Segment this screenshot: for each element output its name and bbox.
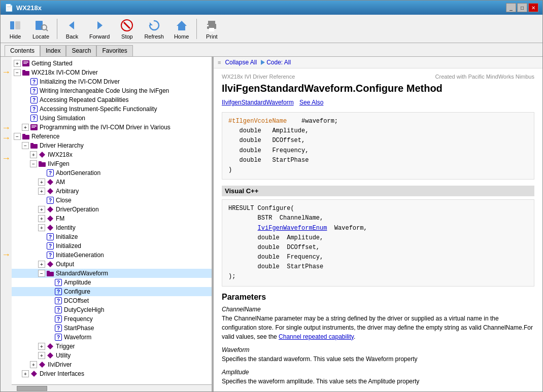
tree-item-utility[interactable]: + Utility [12, 351, 212, 360]
icon-amplitude: ? [54, 278, 62, 287]
expand-driver-hierarchy[interactable]: − [22, 142, 29, 149]
expand-reference[interactable]: − [14, 133, 21, 140]
tree-item-stdwaveform[interactable]: − StandardWaveform [12, 269, 212, 278]
expand-utility[interactable]: + [38, 352, 45, 359]
tree-item-accessing-rep[interactable]: ? Accessing Repeated Capabilities [12, 95, 212, 104]
expand-using-sim [22, 115, 29, 122]
tree-item-output[interactable]: + Output [12, 260, 212, 269]
tree-item-amplitude[interactable]: ? Amplitude [12, 278, 212, 287]
icon-identity [46, 224, 54, 232]
expand-stdwaveform[interactable]: − [38, 270, 45, 277]
svg-marker-36 [47, 225, 53, 231]
tree-item-init-ivi[interactable]: ? Initializing the IVI-COM Driver [12, 77, 212, 86]
tree-item-getting-started[interactable]: + Getting Started [12, 59, 212, 68]
svg-rect-30 [39, 162, 46, 167]
expand-output[interactable]: + [38, 261, 45, 268]
svg-marker-43 [31, 371, 37, 377]
refresh-label: Refresh [144, 33, 164, 40]
tree-item-writing[interactable]: ? Writing Interchangeable Code Using the… [12, 86, 212, 95]
svg-marker-32 [47, 179, 53, 185]
tree-item-startphase[interactable]: ? StartPhase [12, 324, 212, 333]
expand-iwx218x[interactable]: + [30, 151, 37, 158]
tree-item-dutycyclehigh[interactable]: ? DutyCycleHigh [12, 305, 212, 314]
tab-contents[interactable]: Contents [5, 45, 40, 56]
tree-item-waveform[interactable]: ? Waveform [12, 333, 212, 342]
tree-item-ividriver[interactable]: + IIviDriver [12, 360, 212, 369]
see-also-link[interactable]: See Also [299, 99, 323, 106]
tree-item-initialized[interactable]: ? Initialized [12, 241, 212, 251]
expand-wx218x[interactable]: − [14, 69, 21, 76]
expand-arbitrary[interactable]: + [38, 188, 45, 195]
hide-button[interactable]: Hide [4, 16, 27, 42]
tree-item-driver-hierarchy[interactable]: − Driver Hierarchy [12, 141, 212, 150]
tree-item-fm[interactable]: + FM [12, 214, 212, 223]
tree-item-accessing-inst[interactable]: ? Accessing Instrument-Specific Function… [12, 104, 212, 114]
expand-trigger[interactable]: + [38, 343, 45, 350]
tree-item-using-sim[interactable]: ? Using Simulation [12, 114, 212, 123]
home-button[interactable]: Home [169, 16, 193, 42]
iivifgen-link[interactable]: IIvifgenStandardWaveform [222, 99, 294, 106]
tree-item-iivifgen[interactable]: − IIviFgen [12, 159, 212, 168]
tree-item-initialize[interactable]: ? Initialize [12, 232, 212, 241]
right-content[interactable]: WX218x IVI Driver Reference Created with… [214, 68, 542, 391]
back-button[interactable]: Back [60, 16, 84, 42]
tree-item-reference[interactable]: − Reference [12, 132, 212, 141]
code-all-button[interactable]: Code: All [266, 59, 291, 66]
tree-item-wx218x[interactable]: − WX218x IVI-COM Driver [12, 68, 212, 77]
tab-index[interactable]: Index [40, 45, 66, 56]
expand-identity[interactable]: + [38, 224, 45, 231]
icon-startphase: ? [54, 324, 62, 332]
expand-configure [46, 288, 53, 295]
expand-waveform [46, 334, 53, 341]
svg-rect-16 [23, 61, 28, 62]
channel-repeated-link[interactable]: Channel repeated capability [279, 333, 354, 340]
tree-item-driver-interfaces[interactable]: + Driver Interfaces [12, 369, 212, 378]
tree-item-dcoffset[interactable]: ? DCOffset [12, 296, 212, 305]
expand-driver-op[interactable]: + [38, 206, 45, 213]
collapse-all-button[interactable]: Collapse All [225, 59, 257, 66]
forward-button[interactable]: Forward [85, 16, 114, 42]
tree-item-trigger[interactable]: + Trigger [12, 342, 212, 351]
tree-item-close[interactable]: ? Close [12, 196, 212, 205]
tree-item-arbitrary[interactable]: + Arbitrary [12, 187, 212, 196]
tab-favorites[interactable]: Favorites [96, 45, 132, 56]
expand-driver-interfaces[interactable]: + [22, 370, 29, 377]
method-title: IlviFgenStandardWaveform.Configure Metho… [222, 82, 534, 95]
expand-iivifgen[interactable]: − [30, 160, 37, 167]
tree-label-driver-hierarchy: Driver Hierarchy [40, 142, 84, 149]
tree-item-iwx218x[interactable]: + IWX218x [12, 150, 212, 159]
tree-item-driver-op[interactable]: + DriverOperation [12, 205, 212, 214]
tree-item-abort[interactable]: ? AbortGeneration [12, 168, 212, 177]
tree-item-programming[interactable]: + Programming with the IVI-COM Driver in… [12, 123, 212, 132]
h-scrollbar-track[interactable] [12, 385, 212, 392]
icon-dcoffset: ? [54, 297, 62, 305]
expand-ividriver[interactable]: + [30, 361, 37, 368]
locate-button[interactable]: Locate [28, 16, 54, 42]
expand-getting-started[interactable]: + [14, 60, 21, 67]
code-block-top: #tIlgenVcoieName #waveform; double Ampli… [222, 112, 534, 180]
tree-item-configure[interactable]: ? Configure [12, 287, 212, 296]
minimize-button[interactable]: _ [506, 3, 516, 12]
expand-am[interactable]: + [38, 179, 45, 186]
tree-item-identity[interactable]: + Identity [12, 223, 212, 232]
tree-item-am[interactable]: + AM [12, 177, 212, 187]
tree-container[interactable]: + Getting Started − WX218x IVI-COM Drive… [12, 57, 212, 384]
tree-label-close: Close [56, 197, 72, 204]
method-links: IIvifgenStandardWaveform See Also [222, 99, 534, 106]
h-scrollbar-thumb[interactable] [17, 386, 47, 391]
horizontal-scrollbar[interactable] [12, 384, 212, 391]
maximize-button[interactable]: □ [517, 3, 527, 12]
svg-marker-5 [69, 21, 74, 29]
print-button[interactable]: Print [200, 16, 223, 42]
refresh-button[interactable]: Refresh [140, 16, 168, 42]
stop-button[interactable]: Stop [115, 16, 139, 42]
expand-programming[interactable]: + [22, 124, 29, 131]
tree-label-reference: Reference [31, 133, 59, 140]
tree-label-writing: Writing Interchangeable Code Using the I… [40, 87, 169, 94]
close-button[interactable]: ✕ [528, 3, 538, 12]
tree-item-frequency[interactable]: ? Frequency [12, 314, 212, 324]
tab-search[interactable]: Search [66, 45, 96, 56]
expand-fm[interactable]: + [38, 215, 45, 222]
tree-item-initiate[interactable]: ? InitiateGeneration [12, 251, 212, 260]
expand-startphase [46, 325, 53, 332]
